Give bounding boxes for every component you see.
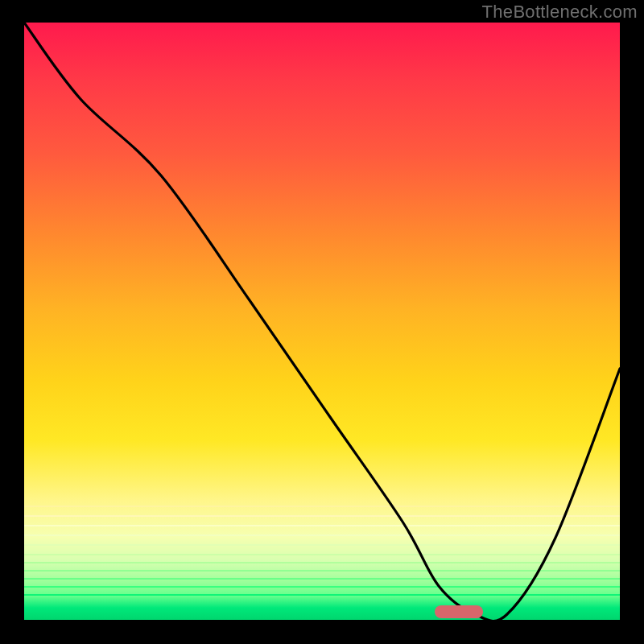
watermark-text: TheBottleneck.com (482, 2, 638, 23)
plot-area (24, 23, 620, 620)
curve-path (24, 23, 620, 620)
curve-svg (24, 23, 620, 620)
optimal-range-marker (435, 605, 483, 618)
chart-frame: TheBottleneck.com (0, 0, 644, 644)
